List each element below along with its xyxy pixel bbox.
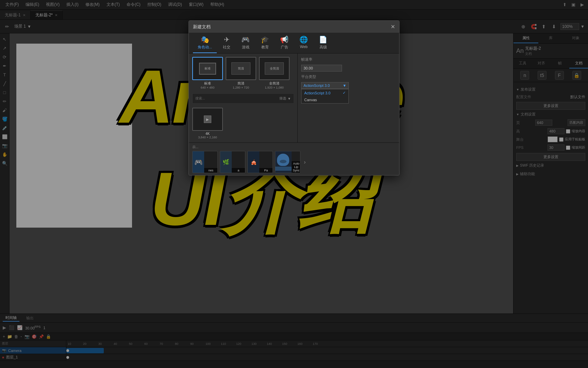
ms-fps-input-row: [301, 65, 396, 72]
preset-fullhd-size: 1,920 × 1,080: [265, 86, 283, 89]
preset-row-2: ▶ 4K 3,840 × 2,160: [192, 108, 294, 139]
modal-bottom: 示... 🎮 nes 🌿 a: [189, 142, 399, 175]
preset-standard-thumb: 标准: [192, 57, 223, 80]
ms-platform-dropdown[interactable]: ActionScript 3.0 ▼ ActionScript 3.0 ✓ Ca…: [301, 82, 396, 104]
preset-standard-size: 640 × 480: [201, 86, 214, 89]
4k-play-icon: ▶: [204, 116, 211, 123]
modal-cat-social[interactable]: ✈ 社交: [218, 33, 235, 53]
preset-hd[interactable]: 简清 简清 1,280 × 720: [226, 57, 256, 89]
cat-games-icon: 🎮: [241, 35, 250, 44]
preset-row-1: 标准 标准 640 × 480 简清 简清 1,280 × 720: [192, 57, 294, 89]
checkmark-icon: ✓: [343, 91, 346, 95]
lipsync-avatar: [277, 154, 289, 166]
modal-title-bar: 新建文档 ✕: [189, 21, 399, 33]
preset-fullhd[interactable]: 全简清 全简清 1,920 × 1,080: [259, 57, 290, 89]
preset-hd-size: 1,280 × 720: [233, 86, 249, 89]
cat-advanced-label: 高级: [320, 45, 327, 50]
modal-thumb-lipsync[interactable]: Auto Lip Sync: [275, 151, 300, 173]
modal-cat-web[interactable]: 🌐 Web: [295, 33, 313, 53]
ms-fps-input[interactable]: [301, 65, 342, 72]
preset-search-placeholder: 搜索...: [195, 96, 205, 101]
cat-social-label: 社交: [223, 45, 230, 50]
cat-web-icon: 🌐: [299, 35, 308, 44]
preset-4k-label: 4K: [206, 132, 210, 136]
modal-title: 新建文档: [193, 24, 211, 30]
ms-platform-row: 平台类型: [301, 74, 396, 79]
modal-cat-character[interactable]: 🎭 角色动...: [193, 33, 217, 53]
ms-platform-label: 平台类型: [301, 74, 316, 79]
modal-cat-games[interactable]: 🎮 游戏: [236, 33, 255, 53]
preset-hd-thumb: 简清: [226, 57, 256, 80]
preset-standard[interactable]: 标准 标准 640 × 480: [192, 57, 223, 89]
modal-settings: 帧速率 平台类型 ActionScript 3.0 ▼: [298, 53, 399, 142]
modal-next-arrow[interactable]: ›: [303, 158, 307, 167]
ms-option-canvas[interactable]: Canvas: [301, 96, 348, 103]
cat-games-label: 游戏: [242, 45, 249, 50]
cat-web-label: Web: [300, 45, 307, 49]
modal-overlay: 新建文档 ✕ 🎭 角色动... ✈ 社交 🎮 游戏 🎓 教育 📢: [0, 0, 588, 368]
filter-dropdown-icon: ▼: [288, 97, 291, 101]
cat-social-icon: ✈: [224, 35, 230, 44]
modal-thumb-a-label: a: [232, 168, 245, 173]
modal-body: 标准 标准 640 × 480 简清 简清 1,280 × 720: [189, 53, 399, 142]
cat-ads-label: 广告: [281, 45, 288, 50]
cat-character-label: 角色动...: [198, 45, 212, 50]
new-document-modal: 新建文档 ✕ 🎭 角色动... ✈ 社交 🎮 游戏 🎓 教育 📢: [189, 20, 399, 175]
ms-fps-row: 帧速率: [301, 57, 396, 62]
modal-thumb-pa-label: Pa: [259, 168, 273, 173]
modal-cat-advanced[interactable]: 📄 高级: [314, 33, 332, 53]
cat-character-icon: 🎭: [201, 35, 209, 44]
modal-presets: 标准 标准 640 × 480 简清 简清 1,280 × 720: [189, 53, 298, 142]
ms-platform-value: ActionScript 3.0: [304, 83, 330, 88]
sort-label: 筛选: [279, 96, 286, 101]
modal-cat-ads[interactable]: 📢 广告: [275, 33, 293, 53]
ms-platform-menu: ActionScript 3.0 ✓ Canvas: [301, 89, 349, 104]
preset-fullhd-thumb: 全简清: [259, 57, 290, 80]
preset-4k-size: 3,840 × 2,160: [198, 136, 217, 139]
cat-education-label: 教育: [261, 45, 269, 50]
modal-thumb-nes-label: nes: [204, 168, 217, 173]
ms-option-as3-1[interactable]: ActionScript 3.0 ✓: [301, 89, 348, 96]
ms-platform-selected[interactable]: ActionScript 3.0 ▼: [301, 82, 349, 89]
cat-advanced-icon: 📄: [319, 35, 327, 44]
modal-close-btn[interactable]: ✕: [391, 24, 395, 30]
preset-fullhd-label: 全简清: [269, 81, 279, 86]
modal-thumb-lipsync-label: Auto Lip Sync: [292, 161, 301, 173]
preset-hd-label: 简清: [238, 81, 244, 86]
modal-cat-education[interactable]: 🎓 教育: [256, 33, 274, 53]
preset-standard-label: 标准: [204, 81, 211, 86]
cat-education-icon: 🎓: [261, 35, 269, 44]
modal-thumb-nes[interactable]: 🎮 nes: [192, 151, 218, 173]
modal-thumb-pa[interactable]: 🎪 Pa: [247, 151, 273, 173]
preset-search: 搜索... 筛选 ▼: [192, 93, 294, 104]
standard-monitor: 标准: [199, 63, 216, 75]
modal-thumb-a[interactable]: 🌿 a: [220, 151, 245, 173]
ms-fps-label: 帧速率: [301, 57, 312, 62]
cat-ads-icon: 📢: [280, 35, 289, 44]
preset-4k[interactable]: ▶ 4K 3,840 × 2,160: [192, 108, 223, 139]
ms-platform-dropdown-icon: ▼: [343, 83, 346, 88]
preset-4k-thumb: ▶: [192, 108, 223, 131]
modal-categories: 🎭 角色动... ✈ 社交 🎮 游戏 🎓 教育 📢 广告 🌐 Web: [189, 33, 399, 53]
modal-thumb-row: 🎮 nes 🌿 a 🎪 Pa: [192, 151, 396, 173]
modal-bottom-label: 示...: [192, 145, 396, 150]
